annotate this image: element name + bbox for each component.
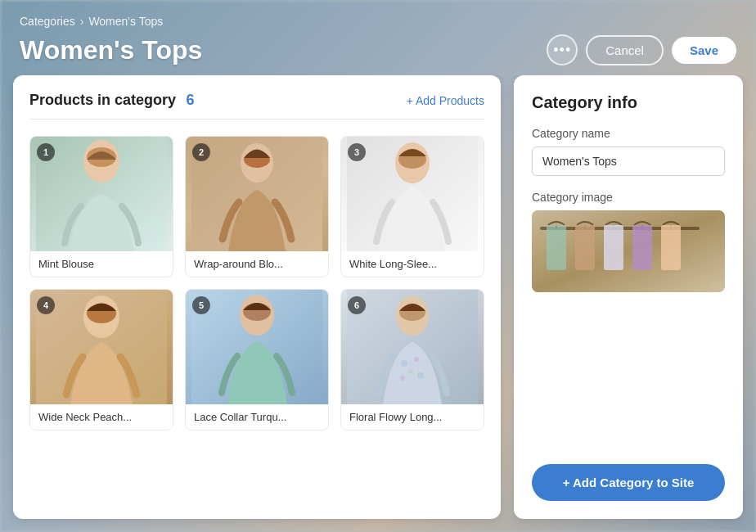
svg-rect-32 (632, 225, 652, 270)
category-image-preview[interactable] (532, 210, 725, 292)
page-title: Women's Tops (20, 35, 202, 65)
product-number-badge: 1 (37, 143, 55, 161)
product-image-wrapper: 3 (341, 137, 484, 251)
breadcrumb: Categories › Women's Tops (20, 15, 736, 28)
product-number-badge: 6 (348, 296, 366, 314)
category-info-panel: Category info Category name Category ima… (514, 75, 743, 519)
header-actions: ••• Cancel Save (547, 34, 736, 65)
product-number-badge: 4 (37, 296, 55, 314)
products-title: Products in category (29, 92, 176, 108)
more-options-button[interactable]: ••• (547, 34, 578, 65)
product-card[interactable]: 6 Floral Flowy Long... (340, 289, 484, 431)
breadcrumb-current: Women's Tops (88, 15, 163, 28)
product-card[interactable]: 4 Wide Neck Peach... (29, 289, 173, 431)
page-header: Categories › Women's Tops Women's Tops •… (0, 0, 756, 75)
product-card[interactable]: 2 Wrap-around Blo... (185, 136, 329, 277)
category-image-inner (532, 210, 725, 292)
svg-point-18 (414, 357, 419, 362)
svg-point-21 (400, 376, 405, 381)
product-card[interactable]: 5 Lace Collar Turqu... (185, 289, 329, 431)
product-image-wrapper: 1 (30, 137, 173, 251)
add-category-to-site-button[interactable]: + Add Category to Site (532, 464, 725, 501)
product-label: Wrap-around Blo... (186, 251, 328, 277)
product-number-badge: 3 (348, 143, 366, 161)
product-label: Floral Flowy Long... (341, 404, 484, 430)
category-image-label: Category image (532, 191, 725, 204)
category-name-input[interactable] (532, 147, 725, 176)
product-image-wrapper: 6 (341, 290, 484, 404)
cancel-button[interactable]: Cancel (586, 35, 664, 65)
save-button[interactable]: Save (672, 37, 736, 64)
product-number-badge: 5 (192, 296, 210, 314)
product-image-wrapper: 4 (30, 290, 173, 404)
category-image-group: Category image (532, 191, 725, 292)
add-products-button[interactable]: + Add Products (407, 94, 484, 107)
svg-point-17 (401, 360, 407, 367)
product-label: Wide Neck Peach... (30, 404, 173, 430)
product-card[interactable]: 1 Mint Blouse (29, 136, 173, 277)
product-label: Lace Collar Turqu... (186, 404, 328, 430)
product-label: Mint Blouse (30, 251, 173, 277)
products-title-group: Products in category 6 (29, 92, 195, 109)
svg-point-19 (408, 369, 413, 374)
main-content: Products in category 6 + Add Products 1 … (0, 75, 756, 532)
product-card[interactable]: 3 White Long-Slee... (340, 136, 484, 277)
category-name-group: Category name (532, 127, 725, 176)
product-image-wrapper: 5 (186, 290, 328, 404)
svg-rect-26 (547, 225, 566, 270)
category-name-label: Category name (532, 127, 725, 140)
category-panel-title: Category info (532, 93, 725, 112)
svg-rect-30 (604, 225, 623, 270)
breadcrumb-chevron-icon: › (80, 15, 84, 28)
category-image-svg (532, 210, 725, 292)
products-header: Products in category 6 + Add Products (29, 92, 484, 119)
products-panel: Products in category 6 + Add Products 1 … (13, 75, 501, 519)
svg-point-20 (417, 372, 424, 379)
product-image-wrapper: 2 (186, 137, 328, 251)
product-label: White Long-Slee... (341, 251, 484, 277)
product-number-badge: 2 (192, 143, 210, 161)
breadcrumb-parent[interactable]: Categories (20, 15, 75, 28)
products-grid: 1 Mint Blouse2 Wrap-around Blo...3 (29, 136, 484, 431)
svg-rect-28 (575, 225, 595, 270)
products-count: 6 (187, 92, 195, 108)
svg-rect-34 (661, 225, 681, 270)
